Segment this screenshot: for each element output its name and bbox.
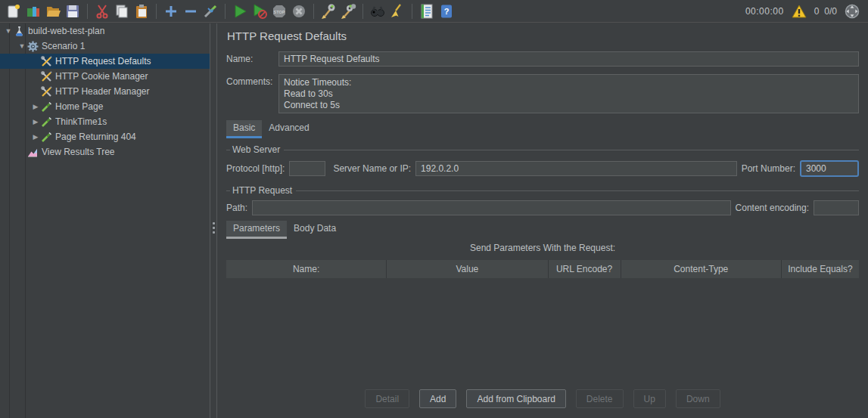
- save-icon[interactable]: [64, 2, 82, 20]
- tree-item-http-request-defaults[interactable]: HTTP Request Defaults: [0, 54, 210, 69]
- chevron-down-icon[interactable]: ▼: [5, 27, 12, 35]
- remove-minus-icon[interactable]: [182, 2, 200, 20]
- basic-advanced-tabs: BasicAdvanced: [226, 120, 859, 138]
- start-icon[interactable]: [231, 2, 249, 20]
- parameters-bodydata-tabs: ParametersBody Data: [226, 221, 859, 239]
- thread-count: 0/0: [824, 6, 837, 17]
- copy-icon[interactable]: [113, 2, 131, 20]
- svg-text:STOP: STOP: [274, 9, 285, 14]
- search-icon[interactable]: [369, 2, 387, 20]
- test-plan-tree: ▼build-web-test-plan▼Scenario 1HTTP Requ…: [0, 23, 210, 418]
- element-editor-panel: HTTP Request Defaults Name: Comments: No…: [217, 23, 868, 418]
- new-file-icon[interactable]: [5, 2, 23, 20]
- name-input[interactable]: [278, 51, 859, 67]
- toolbar-separator: [362, 4, 363, 19]
- port-number-label: Port Number:: [742, 163, 795, 174]
- function-helper-icon[interactable]: [418, 2, 436, 20]
- clear-search-icon[interactable]: [388, 2, 406, 20]
- comments-label: Comments:: [226, 74, 278, 87]
- toolbar-separator: [87, 4, 88, 19]
- thread-group-icon: [27, 41, 39, 52]
- name-label: Name:: [226, 54, 278, 64]
- tab-advanced[interactable]: Advanced: [262, 120, 316, 138]
- path-label: Path:: [226, 203, 247, 213]
- tree-item-view-results-tree[interactable]: View Results Tree: [0, 144, 210, 159]
- chevron-down-icon[interactable]: ▼: [18, 42, 26, 50]
- content-encoding-label: Content encoding:: [736, 203, 809, 213]
- config-icon: [41, 86, 52, 98]
- tree-item-label: HTTP Cookie Manager: [55, 71, 153, 82]
- parameters-table-body[interactable]: [226, 278, 859, 389]
- config-icon: [41, 56, 52, 67]
- sampler-icon: [41, 116, 52, 128]
- tree-item-scenario-1[interactable]: ▼Scenario 1: [0, 39, 210, 54]
- path-input[interactable]: [252, 200, 731, 215]
- test-timer: 00:00:00: [745, 6, 784, 17]
- help-icon[interactable]: ?: [437, 2, 456, 20]
- protocol-input[interactable]: [289, 161, 325, 176]
- add-from-clipboard-button[interactable]: Add from Clipboard: [466, 389, 565, 408]
- tree-item-home-page[interactable]: ▶Home Page: [0, 99, 210, 114]
- tree-item-build-web-test-plan[interactable]: ▼build-web-test-plan: [0, 23, 210, 39]
- cut-icon[interactable]: [93, 2, 111, 20]
- page-title: HTTP Request Defaults: [227, 29, 859, 42]
- toolbar: STOP? 00:00:00 0 0/0: [0, 0, 868, 23]
- add-button[interactable]: Add: [419, 389, 456, 408]
- server-name-label: Server Name or IP:: [333, 163, 411, 174]
- protocol-label: Protocol [http]:: [226, 163, 285, 174]
- toolbar-icons: STOP?: [4, 2, 456, 20]
- test-plan-icon: [14, 26, 25, 37]
- web-server-group-legend: Web Server: [226, 144, 859, 155]
- warning-icon[interactable]: [790, 2, 808, 20]
- parameters-table-caption: Send Parameters With the Request:: [226, 243, 859, 253]
- tree-item-label: HTTP Header Manager: [55, 86, 154, 97]
- tree-item-http-header-manager[interactable]: HTTP Header Manager: [0, 84, 210, 99]
- tab-parameters[interactable]: Parameters: [226, 221, 287, 239]
- toolbar-separator: [225, 4, 226, 19]
- tab-body-data[interactable]: Body Data: [287, 221, 343, 239]
- chevron-right-icon[interactable]: ▶: [32, 133, 39, 141]
- content-encoding-input[interactable]: [814, 200, 859, 215]
- chevron-right-icon[interactable]: ▶: [32, 118, 39, 125]
- clear-all-icon[interactable]: [339, 2, 357, 20]
- toolbar-separator: [412, 4, 412, 19]
- tree-item-label: HTTP Request Defaults: [55, 56, 156, 67]
- chevron-right-icon[interactable]: ▶: [32, 103, 39, 110]
- detail-button: Detail: [365, 389, 409, 408]
- sampler-icon: [41, 132, 52, 143]
- stop-icon: STOP: [270, 2, 288, 20]
- tree-item-label: Page Returning 404: [55, 132, 141, 142]
- comments-input[interactable]: Notice Timeouts: Read to 30s Connect to …: [278, 74, 859, 113]
- port-number-input[interactable]: [800, 160, 859, 177]
- jmeter-window: STOP? 00:00:00 0 0/0 ▼build-web-test-pla…: [0, 0, 868, 418]
- start-no-pauses-icon[interactable]: [250, 2, 269, 20]
- delete-button: Delete: [576, 389, 624, 408]
- column-header-name-[interactable]: Name:: [226, 260, 386, 278]
- toggle-icon[interactable]: [201, 2, 219, 20]
- tree-item-http-cookie-manager[interactable]: HTTP Cookie Manager: [0, 69, 210, 84]
- svg-text:?: ?: [444, 7, 450, 16]
- panel-splitter[interactable]: [210, 23, 217, 418]
- tree-item-label: View Results Tree: [42, 147, 120, 157]
- tab-basic[interactable]: Basic: [226, 120, 262, 138]
- server-name-input[interactable]: [415, 161, 737, 176]
- column-header-content-type[interactable]: Content-Type: [621, 260, 781, 278]
- open-file-icon[interactable]: [44, 2, 62, 20]
- http-request-group-legend: HTTP Request: [226, 185, 859, 196]
- column-header-url-encode-[interactable]: URL Encode?: [548, 260, 621, 278]
- shutdown-icon: [290, 2, 308, 20]
- tree-item-thinktime1s[interactable]: ▶ThinkTime1s: [0, 114, 210, 129]
- tree-item-label: Scenario 1: [42, 41, 89, 51]
- splitter-grip-icon[interactable]: [213, 222, 215, 234]
- clear-icon[interactable]: [319, 2, 338, 20]
- paste-icon[interactable]: [132, 2, 151, 20]
- tree-item-page-returning-404[interactable]: ▶Page Returning 404: [0, 129, 210, 144]
- error-count: 0: [814, 6, 820, 17]
- remote-start-icon[interactable]: [843, 2, 861, 20]
- templates-icon[interactable]: [24, 2, 42, 20]
- column-header-include-equals-[interactable]: Include Equals?: [781, 260, 859, 278]
- results-tree-icon: [27, 147, 39, 158]
- column-header-value[interactable]: Value: [386, 260, 547, 278]
- add-plus-icon[interactable]: [162, 2, 180, 20]
- parameters-table-header: Name:ValueURL Encode?Content-TypeInclude…: [226, 260, 859, 278]
